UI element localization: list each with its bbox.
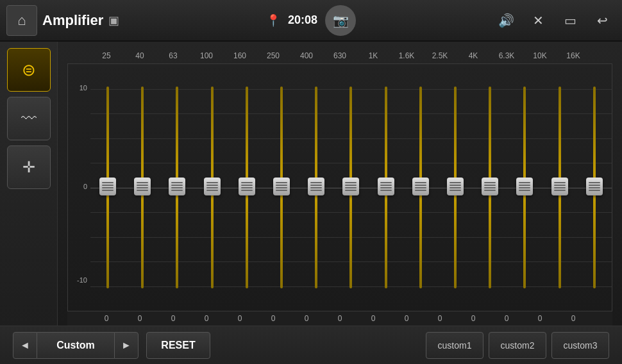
back-button[interactable]: ↩: [589, 7, 616, 34]
thumb-line: [450, 182, 461, 183]
thumb-line: [171, 190, 183, 191]
thumb-line: [241, 185, 253, 186]
value-label-400: 0: [290, 314, 323, 323]
preset-nav: ◄ Custom ►: [13, 332, 139, 359]
value-label-4K: 0: [457, 314, 489, 323]
freq-labels-top: 2540631001602504006301K1.6K2.5K4K6.3K10K…: [67, 48, 612, 63]
next-preset-button[interactable]: ►: [114, 332, 139, 359]
slider-thumb-250[interactable]: [273, 178, 290, 195]
slider-track-1K: [385, 87, 387, 289]
slider-thumb-1.6K[interactable]: [412, 178, 429, 195]
slider-thumb-4K[interactable]: [482, 178, 498, 195]
preset-name-button[interactable]: Custom: [37, 332, 114, 359]
slider-thumb-630[interactable]: [342, 178, 359, 195]
value-labels: 000000000000000: [67, 311, 612, 326]
freq-label-4K: 4K: [457, 51, 489, 60]
eq-slider-40[interactable]: [130, 64, 155, 311]
sidebar: ⊜ 〰 ✛: [0, 42, 58, 326]
thumb-line: [450, 190, 461, 191]
prev-preset-button[interactable]: ◄: [13, 332, 37, 359]
thumb-line: [345, 190, 357, 191]
custom-preset-custom2[interactable]: custom2: [489, 332, 546, 359]
freq-label-10K: 10K: [524, 51, 556, 60]
eq-slider-63[interactable]: [164, 64, 190, 311]
eq-slider-1.6K[interactable]: [408, 64, 433, 311]
eq-slider-16K[interactable]: [582, 64, 607, 311]
eq-slider-100[interactable]: [199, 64, 225, 311]
slider-thumb-25[interactable]: [99, 178, 116, 195]
value-label-40: 0: [124, 314, 156, 323]
thumb-line: [102, 190, 113, 191]
slider-track-630: [349, 87, 352, 289]
reset-button[interactable]: RESET: [146, 332, 210, 359]
eq-slider-1K[interactable]: [373, 64, 399, 311]
slider-thumb-2.5K[interactable]: [447, 178, 464, 195]
slider-thumb-40[interactable]: [134, 178, 151, 195]
freq-label-25: 25: [90, 51, 122, 60]
value-label-10K: 0: [524, 314, 556, 323]
eq-slider-25[interactable]: [95, 64, 121, 311]
eq-slider-2.5K[interactable]: [442, 64, 468, 311]
slider-thumb-10K[interactable]: [551, 178, 568, 195]
sidebar-item-equalizer[interactable]: ⊜: [7, 48, 51, 92]
thumb-line: [519, 185, 530, 186]
eq-slider-250[interactable]: [269, 64, 294, 311]
next-icon: ►: [121, 340, 131, 351]
top-bar-right: 🔊 ✕ ▭ ↩: [412, 7, 616, 34]
eq-slider-400[interactable]: [303, 64, 329, 311]
value-label-6.3K: 0: [491, 314, 523, 323]
thumb-line: [276, 190, 287, 191]
thumb-line: [206, 190, 218, 191]
prev-icon: ◄: [20, 340, 30, 351]
thumb-line: [484, 185, 496, 186]
volume-button[interactable]: 🔊: [492, 7, 519, 34]
eq-slider-10K[interactable]: [547, 64, 573, 311]
value-label-16K: 0: [557, 314, 589, 323]
thumb-line: [206, 185, 218, 186]
y-axis: 10 0 -10: [68, 64, 90, 311]
slider-thumb-400[interactable]: [308, 178, 324, 195]
bottom-controls: ◄ Custom ► RESET custom1custom2custom3: [0, 326, 622, 364]
crossover-icon: ✛: [22, 158, 35, 176]
eq-slider-160[interactable]: [234, 64, 260, 311]
freq-label-1.6K: 1.6K: [391, 51, 423, 60]
close-button[interactable]: ✕: [525, 7, 551, 34]
value-label-1K: 0: [357, 314, 389, 323]
slider-track-4K: [489, 87, 491, 289]
eq-slider-4K[interactable]: [477, 64, 503, 311]
slider-thumb-100[interactable]: [204, 178, 221, 195]
eq-slider-6.3K[interactable]: [512, 64, 537, 311]
thumb-line: [171, 182, 183, 183]
top-bar-center: 📍 20:08 📷: [210, 5, 413, 36]
eq-slider-630[interactable]: [338, 64, 364, 311]
sidebar-item-crossover[interactable]: ✛: [7, 145, 51, 189]
slider-thumb-16K[interactable]: [586, 178, 603, 195]
value-label-63: 0: [157, 314, 189, 323]
slider-track-400: [315, 87, 317, 289]
slider-thumb-63[interactable]: [169, 178, 185, 195]
thumb-line: [137, 187, 148, 188]
custom-preset-custom1[interactable]: custom1: [426, 332, 483, 359]
thumb-line: [171, 185, 183, 186]
slider-track-1.6K: [419, 87, 422, 289]
slider-thumb-160[interactable]: [239, 178, 255, 195]
location-icon: 📍: [266, 13, 280, 28]
thumb-line: [589, 185, 600, 186]
thumb-line: [137, 190, 148, 191]
app-title: Amplifier: [42, 12, 103, 29]
window-button[interactable]: ▭: [557, 7, 584, 34]
value-label-250: 0: [257, 314, 289, 323]
slider-thumb-6.3K[interactable]: [516, 178, 533, 195]
sidebar-item-wave[interactable]: 〰: [7, 97, 51, 140]
window-icon: ▭: [564, 13, 576, 28]
custom-preset-custom3[interactable]: custom3: [551, 332, 609, 359]
value-label-630: 0: [324, 314, 356, 323]
slider-thumb-1K[interactable]: [378, 178, 394, 195]
equalizer-icon: ⊜: [22, 60, 36, 80]
camera-button[interactable]: 📷: [325, 5, 356, 36]
home-button[interactable]: ⌂: [6, 5, 37, 36]
freq-label-2.5K: 2.5K: [424, 51, 456, 60]
freq-label-16K: 16K: [557, 51, 589, 60]
slider-track-6.3K: [523, 87, 526, 289]
slider-track-250: [280, 87, 283, 289]
